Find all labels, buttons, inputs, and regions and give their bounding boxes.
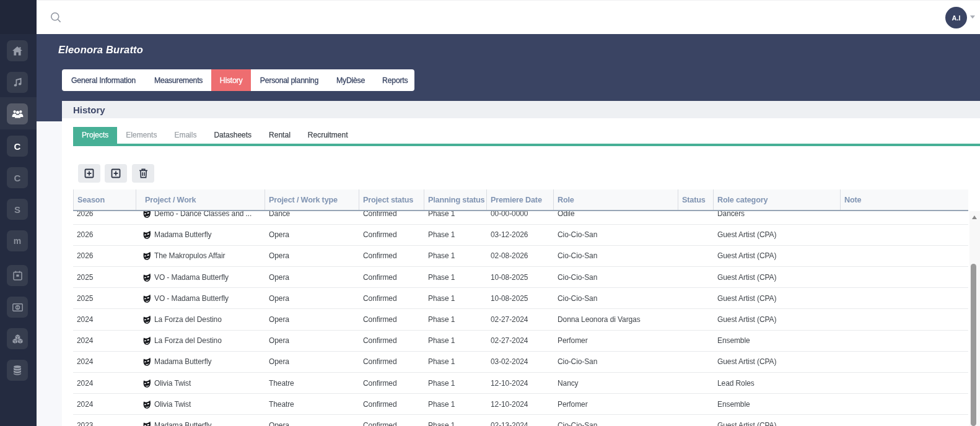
- svg-text:1: 1: [16, 305, 19, 309]
